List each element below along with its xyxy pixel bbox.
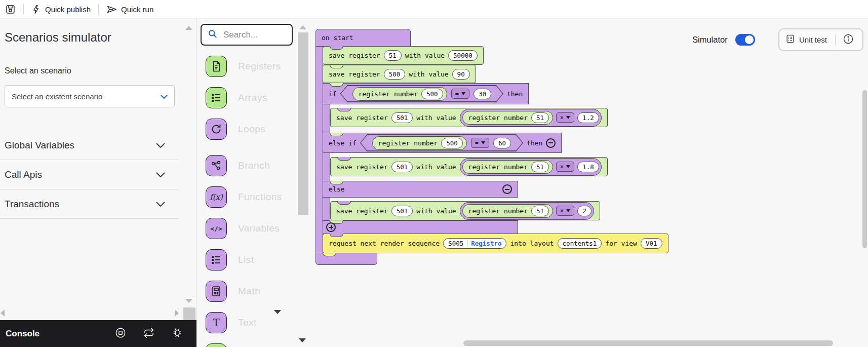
layout-field[interactable]: contents1 [558, 238, 602, 249]
toolbox-category-registers[interactable]: Registers [206, 56, 281, 77]
register-field[interactable]: 500 [421, 89, 443, 99]
quick-run-label: Quick run [121, 5, 153, 14]
block-math-operation[interactable]: register number 51 × 1.8 [460, 158, 602, 176]
add-branch-icon[interactable] [326, 222, 336, 232]
toolbox-category-math[interactable]: Math [206, 281, 260, 302]
value-field[interactable]: 2 [577, 206, 591, 216]
block-save-register-elseif[interactable]: save register 501 with value register nu… [330, 157, 608, 176]
toolbox-scroll-down-indicator[interactable] [274, 310, 281, 314]
operator-dropdown[interactable]: × [556, 206, 574, 216]
list-icon [206, 87, 227, 108]
quick-publish-button[interactable]: Quick publish [31, 5, 91, 14]
remove-branch-icon[interactable] [502, 184, 512, 194]
toolbox-scrollbar-thumb[interactable] [298, 32, 308, 215]
block-if-footer[interactable] [323, 220, 518, 234]
scenario-select[interactable]: Select an existent scenario [5, 85, 175, 107]
category-label: Text [238, 317, 257, 328]
block-save-register-else[interactable]: save register 501 with value register nu… [330, 201, 600, 220]
register-field[interactable]: 51 [531, 112, 549, 123]
scrollbar-thumb[interactable] [183, 307, 195, 320]
toolbox-category-arrays[interactable]: Arrays [206, 87, 267, 108]
block-register-number[interactable]: register number 51 [462, 204, 553, 218]
operator-dropdown[interactable]: × [556, 162, 574, 172]
block-register-number[interactable]: register number 51 [462, 160, 553, 174]
toolbox-category-list[interactable]: List [206, 249, 254, 271]
block-save-register-if[interactable]: save register 501 with value register nu… [330, 108, 608, 127]
block-register-number[interactable]: register number 500 [372, 136, 467, 150]
block-else-if[interactable]: else if register number 500 = 60 then [323, 133, 562, 153]
value-field[interactable]: 60 [493, 138, 511, 148]
toolbox-category-branch[interactable]: Branch [206, 155, 270, 176]
block-register-number[interactable]: register number 500 [352, 87, 447, 101]
accordion-global-variables[interactable]: Global Variables [0, 131, 178, 160]
accordion-label: Transactions [5, 199, 59, 210]
stop-circle-icon[interactable] [115, 327, 126, 340]
block-on-start-foot[interactable] [315, 253, 377, 265]
unit-test-button[interactable]: Unit test [799, 35, 827, 44]
block-request-render[interactable]: request next render sequence S005 Regist… [323, 234, 668, 253]
chevron-down-icon [156, 169, 165, 180]
scroll-down-arrow[interactable] [185, 299, 192, 303]
block-register-number[interactable]: register number 51 [462, 111, 553, 125]
register-field[interactable]: 51 [384, 50, 402, 61]
block-if[interactable]: if register number 500 = 30 then [323, 83, 529, 104]
toolbar-divider [98, 4, 99, 15]
register-field[interactable]: 501 [391, 162, 413, 172]
bug-icon[interactable] [172, 327, 183, 340]
toolbox-category-functions[interactable]: f(x) Functions [206, 186, 282, 208]
accordion-call-apis[interactable]: Call Apis [0, 160, 178, 189]
block-on-start-spine[interactable] [315, 46, 323, 254]
chevron-down-icon [156, 140, 165, 151]
sidebar-accordion: Global Variables Call Apis Transactions [0, 131, 178, 219]
info-icon[interactable] [843, 33, 854, 47]
value-field[interactable]: 50000 [448, 50, 478, 61]
operator-dropdown[interactable]: = [451, 89, 469, 99]
sequence-field[interactable]: S005 Registro [443, 238, 506, 249]
value-field[interactable]: 30 [474, 89, 491, 99]
toolbox-scroll-up-arrow[interactable] [299, 25, 306, 29]
save-button[interactable] [5, 4, 16, 15]
register-field[interactable]: 51 [531, 206, 549, 216]
register-field[interactable]: 500 [384, 69, 406, 80]
simulator-toggle[interactable] [735, 34, 755, 46]
block-on-start[interactable]: on start [315, 29, 411, 47]
toolbox-category-variables[interactable]: </> Variables [206, 218, 280, 239]
register-field[interactable]: 500 [441, 138, 463, 148]
toolbox-category-partial[interactable] [206, 343, 227, 347]
condition-hexagon[interactable]: register number 500 = 60 [360, 134, 523, 151]
search-input[interactable] [222, 29, 278, 41]
value-field[interactable]: 1.8 [577, 162, 599, 172]
scroll-left-arrow[interactable] [1, 310, 5, 317]
repeat-icon[interactable] [143, 327, 154, 340]
toolbox-category-text[interactable]: T Text [206, 312, 257, 333]
canvas-hscrollbar-thumb[interactable] [463, 340, 833, 346]
quick-run-button[interactable]: Quick run [106, 4, 153, 15]
accordion-transactions[interactable]: Transactions [0, 189, 178, 219]
value-field[interactable]: 90 [452, 69, 470, 80]
category-icon [206, 343, 227, 347]
block-math-operation[interactable]: register number 51 × 2 [460, 202, 594, 220]
register-field[interactable]: 501 [391, 206, 413, 216]
block-label: with value [405, 52, 445, 59]
toolbox-search[interactable] [201, 24, 293, 46]
condition-hexagon[interactable]: register number 500 = 30 [340, 85, 503, 102]
value-field[interactable]: 1.2 [577, 112, 599, 123]
register-field[interactable]: 51 [531, 162, 549, 172]
block-notch [330, 65, 343, 68]
register-field[interactable]: 501 [391, 112, 413, 123]
operator-dropdown[interactable]: = [471, 138, 489, 148]
toolbox-scroll-down-indicator[interactable] [299, 338, 306, 342]
remove-branch-icon[interactable] [546, 138, 556, 148]
toolbox-category-loops[interactable]: Loops [206, 119, 265, 140]
block-else[interactable]: else [323, 181, 518, 198]
canvas-vscrollbar-thumb[interactable] [862, 90, 867, 248]
block-math-operation[interactable]: register number 51 × 1.2 [460, 109, 602, 127]
operator-dropdown[interactable]: × [556, 112, 574, 123]
block-save-register-2[interactable]: save register 500 with value 90 [323, 65, 476, 83]
block-label: save register [329, 70, 380, 78]
view-field[interactable]: V01 [641, 238, 662, 249]
scroll-up-arrow[interactable] [185, 26, 192, 30]
scroll-right-arrow[interactable] [175, 310, 179, 317]
block-save-register-1[interactable]: save register 51 with value 50000 [323, 46, 484, 65]
block-if-spine[interactable] [323, 103, 330, 221]
